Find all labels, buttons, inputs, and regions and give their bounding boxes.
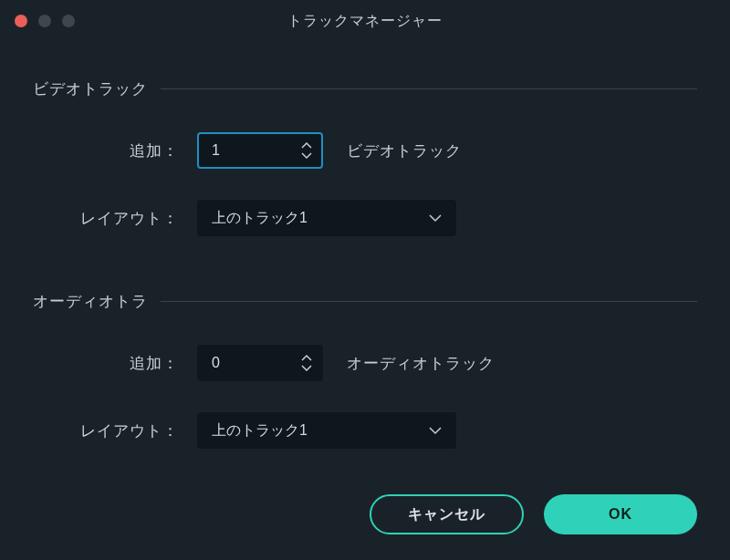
close-window-button[interactable] <box>15 15 27 27</box>
cancel-button[interactable]: キャンセル <box>370 494 524 534</box>
audio-layout-label: レイアウト： <box>33 420 197 441</box>
video-add-stepper[interactable]: 1 <box>197 132 323 169</box>
chevron-up-icon[interactable] <box>301 355 312 362</box>
audio-add-row: 追加： 0 オーディオトラック <box>33 345 697 381</box>
video-layout-dropdown[interactable]: 上のトラック1 <box>197 200 456 236</box>
video-layout-label: レイアウト： <box>33 208 197 229</box>
titlebar: トラックマネージャー <box>0 0 730 42</box>
zoom-window-button[interactable] <box>62 15 75 27</box>
minimize-window-button[interactable] <box>38 15 51 27</box>
video-section-label: ビデオトラック <box>33 78 148 99</box>
window-controls <box>15 15 75 27</box>
audio-add-label: 追加： <box>33 353 197 374</box>
audio-layout-dropdown[interactable]: 上のトラック1 <box>197 412 456 449</box>
audio-section-label: オーディオトラ <box>33 291 148 312</box>
video-add-row: 追加： 1 ビデオトラック <box>33 132 697 169</box>
stepper-arrows <box>301 355 312 371</box>
audio-layout-row: レイアウト： 上のトラック1 <box>33 412 697 449</box>
audio-section-header: オーディオトラ <box>33 291 697 312</box>
video-add-value: 1 <box>212 142 220 159</box>
chevron-down-icon[interactable] <box>301 364 312 371</box>
divider <box>161 88 697 89</box>
stepper-arrows <box>301 142 312 159</box>
audio-layout-value: 上のトラック1 <box>212 421 308 441</box>
video-layout-row: レイアウト： 上のトラック1 <box>33 200 697 236</box>
audio-add-stepper[interactable]: 0 <box>197 345 323 381</box>
chevron-up-icon[interactable] <box>301 142 312 150</box>
divider <box>161 301 697 302</box>
chevron-down-icon <box>429 214 442 223</box>
ok-button[interactable]: OK <box>544 494 697 534</box>
video-layout-value: 上のトラック1 <box>212 209 308 228</box>
content: ビデオトラック 追加： 1 ビデオトラック レイアウト： 上のトラック1 オーデ… <box>0 42 730 449</box>
audio-add-suffix: オーディオトラック <box>347 353 495 374</box>
chevron-down-icon <box>429 427 442 435</box>
footer: キャンセル OK <box>370 494 697 534</box>
video-add-label: 追加： <box>33 140 197 161</box>
window-title: トラックマネージャー <box>0 12 730 31</box>
audio-add-value: 0 <box>212 355 220 371</box>
chevron-down-icon[interactable] <box>301 151 312 159</box>
video-add-suffix: ビデオトラック <box>347 140 462 161</box>
video-section-header: ビデオトラック <box>33 78 697 99</box>
